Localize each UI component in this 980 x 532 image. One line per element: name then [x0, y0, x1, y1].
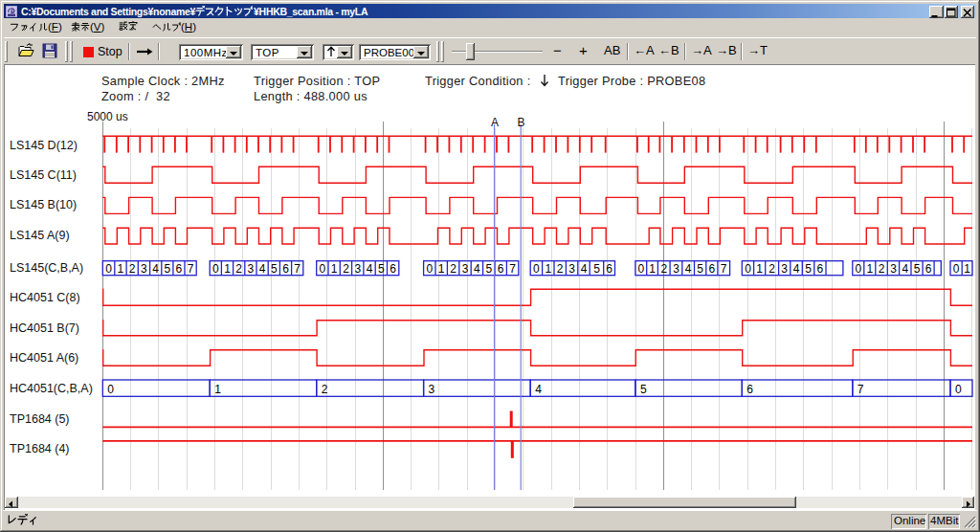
svg-text:1: 1 [118, 262, 124, 276]
svg-text:6: 6 [817, 262, 824, 276]
svg-text:4: 4 [367, 262, 373, 276]
svg-text:5: 5 [697, 262, 703, 276]
svg-text:A: A [491, 116, 499, 129]
svg-text:6: 6 [708, 262, 715, 276]
svg-text:6: 6 [390, 262, 396, 276]
svg-text:1: 1 [964, 262, 970, 276]
svg-text:0: 0 [107, 383, 114, 396]
svg-text:3: 3 [141, 262, 147, 276]
svg-text:3: 3 [781, 262, 788, 276]
svg-text:0: 0 [320, 262, 326, 276]
svg-text:3: 3 [354, 262, 361, 276]
svg-text:2: 2 [879, 262, 885, 276]
svg-text:TP1684 (5): TP1684 (5) [10, 412, 70, 426]
svg-text:0: 0 [637, 262, 644, 276]
svg-text:4: 4 [793, 262, 800, 276]
svg-text:2: 2 [768, 262, 775, 276]
svg-text:4: 4 [535, 383, 542, 396]
svg-text:4: 4 [259, 262, 266, 276]
svg-text:6: 6 [282, 262, 289, 276]
svg-text:4: 4 [581, 262, 588, 276]
svg-text:6: 6 [606, 262, 612, 276]
svg-text:5: 5 [271, 262, 278, 276]
svg-text:2: 2 [343, 262, 349, 276]
svg-text:HC4051 A(6): HC4051 A(6) [10, 351, 78, 365]
svg-text:5: 5 [485, 262, 492, 276]
svg-text:6: 6 [176, 262, 183, 276]
svg-text:4: 4 [152, 262, 159, 276]
svg-text:0: 0 [533, 262, 540, 276]
svg-text:3: 3 [673, 262, 679, 276]
svg-text:5: 5 [640, 383, 647, 396]
svg-text:7: 7 [858, 383, 864, 396]
svg-text:3: 3 [248, 262, 255, 276]
svg-text:1: 1 [545, 262, 551, 276]
svg-text:5: 5 [914, 262, 921, 276]
svg-text:1: 1 [649, 262, 656, 276]
svg-text:2: 2 [235, 262, 242, 276]
svg-text:3: 3 [568, 262, 575, 276]
svg-text:5: 5 [165, 262, 171, 276]
svg-text:6: 6 [746, 383, 753, 396]
svg-text:LS145 D(12): LS145 D(12) [10, 139, 78, 152]
svg-text:LS145(C,B,A): LS145(C,B,A) [10, 261, 83, 275]
svg-text:0: 0 [426, 262, 433, 276]
svg-text:7: 7 [188, 262, 194, 276]
svg-text:6: 6 [498, 262, 504, 276]
svg-text:7: 7 [509, 262, 516, 276]
svg-text:HC4051 C(8): HC4051 C(8) [10, 291, 80, 304]
svg-text:0: 0 [855, 262, 861, 276]
svg-text:1: 1 [331, 262, 338, 276]
svg-text:6: 6 [925, 262, 932, 276]
svg-text:4: 4 [474, 262, 480, 276]
svg-text:5000 us: 5000 us [87, 110, 128, 123]
svg-text:3: 3 [429, 383, 435, 396]
svg-text:7: 7 [294, 262, 301, 276]
svg-text:LS145 B(10): LS145 B(10) [10, 198, 77, 211]
svg-text:1: 1 [224, 262, 231, 276]
svg-text:5: 5 [805, 262, 812, 276]
svg-text:3: 3 [890, 262, 897, 276]
svg-text:HC4051 B(7): HC4051 B(7) [10, 321, 79, 335]
svg-text:LS145 C(11): LS145 C(11) [10, 168, 77, 182]
svg-text:2: 2 [450, 262, 457, 276]
svg-text:5: 5 [378, 262, 385, 276]
svg-text:4: 4 [902, 262, 908, 276]
svg-text:HC4051(C,B,A): HC4051(C,B,A) [10, 382, 93, 395]
svg-text:3: 3 [462, 262, 469, 276]
svg-text:LS145 A(9): LS145 A(9) [10, 229, 70, 242]
svg-text:2: 2 [129, 262, 136, 276]
svg-text:7: 7 [721, 262, 727, 276]
svg-text:B: B [518, 116, 525, 129]
svg-text:2: 2 [660, 262, 667, 276]
svg-text:1: 1 [866, 262, 873, 276]
svg-text:1: 1 [438, 262, 445, 276]
svg-text:0: 0 [745, 262, 751, 276]
svg-text:2: 2 [557, 262, 564, 276]
svg-text:0: 0 [955, 383, 962, 396]
svg-text:TP1684 (4): TP1684 (4) [10, 442, 70, 455]
svg-text:4: 4 [685, 262, 692, 276]
svg-text:2: 2 [322, 383, 328, 396]
svg-text:0: 0 [212, 262, 219, 276]
svg-text:5: 5 [593, 262, 600, 276]
svg-text:1: 1 [214, 383, 221, 396]
svg-text:0: 0 [105, 262, 112, 276]
svg-text:0: 0 [953, 262, 960, 276]
svg-text:1: 1 [756, 262, 763, 276]
